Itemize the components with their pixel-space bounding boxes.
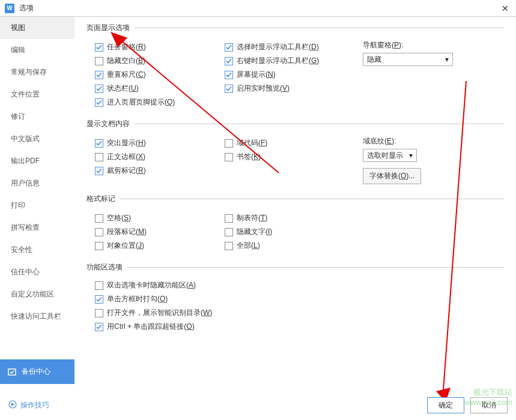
checkbox-label: 制表符(T)	[237, 213, 267, 223]
sidebar-item-4[interactable]: 修订	[0, 106, 74, 128]
doc-content-a-0[interactable]: 突出显示(H)	[95, 136, 225, 150]
sidebar-item-9[interactable]: 拼写检查	[0, 217, 74, 239]
field-shading-combo[interactable]: 选取时显示 ▾	[363, 149, 417, 162]
sidebar-item-12[interactable]: 自定义功能区	[0, 283, 74, 305]
checkbox-icon	[95, 98, 103, 107]
titlebar: W 选项 ✕	[0, 0, 516, 17]
checkbox-label: 对象位置(J)	[107, 241, 144, 251]
format-marks-b-0[interactable]: 制表符(T)	[225, 211, 363, 225]
backup-center-button[interactable]: 备份中心	[0, 359, 74, 384]
checkbox-label: 段落标记(M)	[107, 227, 147, 237]
checkbox-icon	[95, 57, 103, 65]
checkbox-icon	[95, 228, 103, 236]
sidebar-item-7[interactable]: 用户信息	[0, 172, 74, 194]
ribbon-opt-2[interactable]: 打开文件，展示智能识别目录(W)	[95, 306, 504, 320]
checkbox-label: 隐藏文字(I)	[237, 227, 272, 237]
tips-label: 操作技巧	[20, 400, 49, 410]
page-display-a-1[interactable]: 隐藏空白(B)	[95, 54, 225, 68]
checkbox-icon	[225, 242, 233, 250]
checkbox-label: 选择时显示浮动工具栏(D)	[237, 42, 319, 52]
sidebar-item-3[interactable]: 文件位置	[0, 83, 74, 106]
checkbox-label: 单击方框时打勾(O)	[107, 294, 168, 304]
checkbox-icon	[225, 214, 233, 223]
page-display-b-0[interactable]: 选择时显示浮动工具栏(D)	[225, 40, 363, 54]
legend-format-marks: 格式标记	[87, 194, 120, 204]
doc-content-a-2[interactable]: 裁剪标记(R)	[95, 164, 225, 178]
group-format-marks: 格式标记 空格(S)段落标记(M)对象位置(J) 制表符(T)隐藏文字(I)全部…	[87, 194, 504, 254]
checkbox-icon	[225, 139, 233, 148]
checkbox-icon	[95, 85, 103, 93]
sidebar: 视图编辑常规与保存文件位置修订中文版式输出PDF用户信息打印拼写检查安全性信任中…	[0, 17, 74, 384]
ribbon-opt-1[interactable]: 单击方框时打勾(O)	[95, 292, 504, 306]
checkbox-label: 域代码(F)	[237, 138, 267, 148]
sidebar-item-5[interactable]: 中文版式	[0, 128, 74, 150]
page-display-a-2[interactable]: 垂直标尺(C)	[95, 68, 225, 82]
checkbox-icon	[225, 153, 233, 161]
body: 视图编辑常规与保存文件位置修订中文版式输出PDF用户信息打印拼写检查安全性信任中…	[0, 17, 516, 384]
ribbon-opt-0[interactable]: 双击选项卡时隐藏功能区(A)	[95, 278, 504, 292]
ribbon-opt-3[interactable]: 用Ctrl + 单击跟踪超链接(O)	[95, 320, 504, 334]
checkbox-label: 隐藏空白(B)	[107, 56, 145, 66]
checkbox-icon	[225, 71, 233, 79]
page-display-a-3[interactable]: 状态栏(U)	[95, 82, 225, 95]
legend-page-display: 页面显示选项	[87, 23, 135, 33]
legend-ribbon: 功能区选项	[87, 262, 127, 272]
checkbox-label: 突出显示(H)	[107, 138, 146, 148]
page-display-b-3[interactable]: 启用实时预览(V)	[225, 82, 363, 95]
doc-content-b-1[interactable]: 书签(K)	[225, 150, 363, 164]
sidebar-item-2[interactable]: 常规与保存	[0, 61, 74, 83]
page-display-a-0[interactable]: 任务窗格(R)	[95, 40, 225, 54]
nav-pane-label: 导航窗格(P):	[363, 40, 483, 50]
checkbox-label: 打开文件，展示智能识别目录(W)	[107, 308, 212, 318]
checkbox-label: 裁剪标记(R)	[107, 166, 146, 176]
checkbox-icon	[95, 167, 103, 175]
tips-link[interactable]: 操作技巧	[8, 400, 49, 410]
checkbox-icon	[95, 281, 103, 290]
page-display-a-4[interactable]: 进入页眉页脚提示(Q)	[95, 95, 225, 109]
checkbox-icon	[95, 139, 103, 148]
checkbox-label: 屏幕提示(N)	[237, 70, 276, 80]
nav-pane-combo[interactable]: 隐藏 ▾	[363, 53, 453, 66]
backup-icon	[7, 367, 17, 377]
ok-button[interactable]: 确定	[427, 397, 464, 413]
nav-pane-value: 隐藏	[367, 55, 381, 65]
close-button[interactable]: ✕	[499, 4, 511, 13]
svg-marker-6	[11, 403, 14, 406]
cancel-button[interactable]: 取消	[470, 397, 508, 413]
sidebar-item-11[interactable]: 信任中心	[0, 261, 74, 283]
checkbox-label: 书签(K)	[237, 152, 261, 162]
page-display-b-2[interactable]: 屏幕提示(N)	[225, 68, 363, 82]
checkbox-icon	[95, 309, 103, 317]
footer: 操作技巧 确定 取消	[0, 390, 516, 420]
checkbox-label: 启用实时预览(V)	[237, 83, 290, 94]
doc-content-a-1[interactable]: 正文边框(X)	[95, 150, 225, 164]
checkbox-label: 用Ctrl + 单击跟踪超链接(O)	[107, 322, 195, 332]
format-marks-a-0[interactable]: 空格(S)	[95, 211, 225, 225]
backup-label: 备份中心	[22, 367, 50, 377]
doc-content-b-0[interactable]: 域代码(F)	[225, 136, 363, 150]
page-display-b-1[interactable]: 右键时显示浮动工具栏(G)	[225, 54, 363, 68]
format-marks-b-2[interactable]: 全部(L)	[225, 239, 363, 253]
format-marks-a-1[interactable]: 段落标记(M)	[95, 225, 225, 239]
sidebar-item-8[interactable]: 打印	[0, 194, 74, 217]
checkbox-label: 垂直标尺(C)	[107, 70, 146, 80]
checkbox-label: 状态栏(U)	[107, 83, 139, 94]
font-substitute-button[interactable]: 字体替换(O)...	[363, 168, 421, 184]
checkbox-label: 右键时显示浮动工具栏(G)	[237, 56, 319, 66]
sidebar-item-0[interactable]: 视图	[0, 17, 74, 39]
group-doc-content: 显示文档内容 突出显示(H)正文边框(X)裁剪标记(R) 域代码(F)书签(K)…	[87, 119, 504, 185]
sidebar-item-10[interactable]: 安全性	[0, 239, 74, 261]
field-shading-label: 域底纹(E):	[363, 136, 483, 146]
format-marks-b-1[interactable]: 隐藏文字(I)	[225, 225, 363, 239]
sidebar-item-13[interactable]: 快速访问工具栏	[0, 305, 74, 328]
checkbox-icon	[95, 153, 103, 161]
info-icon	[8, 400, 17, 410]
legend-doc-content: 显示文档内容	[87, 119, 135, 129]
format-marks-a-2[interactable]: 对象位置(J)	[95, 239, 225, 253]
sidebar-item-1[interactable]: 编辑	[0, 39, 74, 61]
checkbox-label: 双击选项卡时隐藏功能区(A)	[107, 280, 196, 290]
checkbox-icon	[225, 43, 233, 52]
sidebar-item-6[interactable]: 输出PDF	[0, 150, 74, 172]
checkbox-label: 任务窗格(R)	[107, 42, 146, 52]
checkbox-icon	[95, 43, 103, 52]
